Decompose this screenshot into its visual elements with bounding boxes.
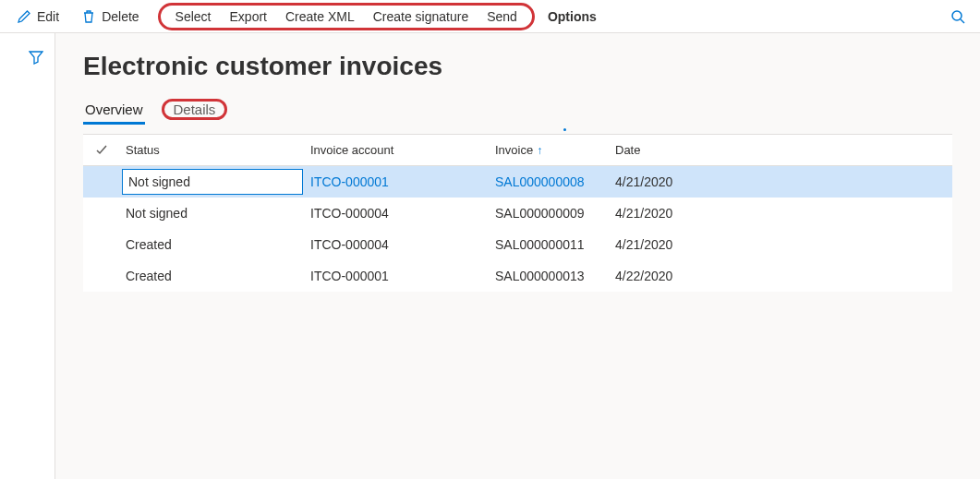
search-button[interactable] bbox=[943, 6, 973, 28]
options-button[interactable]: Options bbox=[538, 6, 606, 28]
cell-status: Not signed bbox=[122, 169, 303, 195]
svg-point-0 bbox=[952, 11, 962, 20]
cell-date: 4/22/2020 bbox=[610, 269, 739, 283]
checkmark-icon bbox=[95, 144, 108, 157]
edit-button[interactable]: Edit bbox=[7, 6, 68, 28]
cell-status: Created bbox=[120, 237, 305, 252]
send-button[interactable]: Send bbox=[478, 6, 526, 28]
col-invoice[interactable]: Invoice ↑ bbox=[490, 143, 610, 157]
col-invoice-account[interactable]: Invoice account bbox=[305, 143, 490, 157]
highlighted-action-group: Select Export Create XML Create signatur… bbox=[158, 3, 535, 30]
table-row[interactable]: CreatedITCO-000001SAL0000000134/22/2020 bbox=[83, 260, 952, 292]
cell-status: Not signed bbox=[120, 206, 305, 221]
page-title: Electronic customer invoices bbox=[83, 52, 952, 81]
col-status[interactable]: Status bbox=[120, 143, 305, 157]
toolbar: Edit Delete Select Export Create XML Cre… bbox=[0, 0, 980, 33]
select-button[interactable]: Select bbox=[166, 6, 221, 28]
edit-label: Edit bbox=[37, 9, 59, 24]
pencil-icon bbox=[17, 9, 31, 24]
export-button[interactable]: Export bbox=[221, 6, 276, 28]
tab-strip: Overview Details bbox=[83, 98, 952, 121]
grid-header-row: Status Invoice account Invoice ↑ Date bbox=[83, 135, 952, 166]
search-icon bbox=[950, 9, 965, 24]
table-row[interactable]: CreatedITCO-000004SAL0000000114/21/2020 bbox=[83, 229, 952, 260]
col-date[interactable]: Date bbox=[610, 143, 739, 157]
cell-invoice[interactable]: SAL000000008 bbox=[490, 174, 610, 189]
sort-asc-icon: ↑ bbox=[537, 144, 542, 157]
trash-icon bbox=[81, 9, 96, 24]
cell-invoice-account: ITCO-000001 bbox=[305, 269, 490, 283]
funnel-icon bbox=[29, 50, 43, 65]
create-xml-button[interactable]: Create XML bbox=[276, 6, 364, 28]
cell-status: Created bbox=[120, 269, 305, 283]
data-grid: Status Invoice account Invoice ↑ Date No… bbox=[83, 134, 952, 292]
cell-invoice-account: ITCO-000004 bbox=[305, 206, 490, 221]
content-pane: Electronic customer invoices Overview De… bbox=[55, 33, 980, 479]
cell-date: 4/21/2020 bbox=[610, 174, 739, 189]
tab-details[interactable]: Details bbox=[162, 99, 228, 120]
table-row[interactable]: Not signedITCO-000001SAL0000000084/21/20… bbox=[83, 166, 952, 198]
cell-date: 4/21/2020 bbox=[610, 206, 739, 221]
tab-overview[interactable]: Overview bbox=[83, 98, 145, 121]
cell-invoice-account[interactable]: ITCO-000001 bbox=[305, 174, 490, 189]
delete-button[interactable]: Delete bbox=[72, 6, 148, 28]
cell-invoice: SAL000000009 bbox=[490, 206, 610, 221]
select-all-checkbox[interactable] bbox=[83, 144, 120, 157]
indicator-dot bbox=[563, 128, 566, 131]
left-gutter bbox=[0, 33, 55, 479]
grid-body: Not signedITCO-000001SAL0000000084/21/20… bbox=[83, 166, 952, 292]
cell-invoice: SAL000000013 bbox=[490, 269, 610, 283]
cell-date: 4/21/2020 bbox=[610, 237, 739, 252]
main-area: Electronic customer invoices Overview De… bbox=[0, 33, 980, 479]
create-signature-button[interactable]: Create signature bbox=[364, 6, 478, 28]
filter-button[interactable] bbox=[29, 50, 43, 479]
cell-invoice: SAL000000011 bbox=[490, 237, 610, 252]
svg-line-1 bbox=[961, 19, 964, 23]
table-row[interactable]: Not signedITCO-000004SAL0000000094/21/20… bbox=[83, 198, 952, 229]
delete-label: Delete bbox=[102, 9, 139, 24]
cell-invoice-account: ITCO-000004 bbox=[305, 237, 490, 252]
